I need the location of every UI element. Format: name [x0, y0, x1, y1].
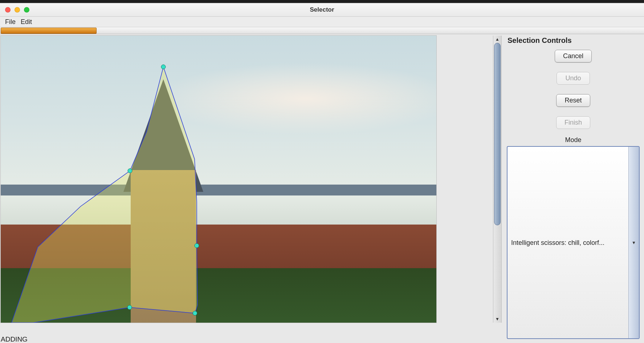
mode-description: Intelligent scissors: chill, colorf...: [511, 239, 627, 246]
menu-edit[interactable]: Edit: [21, 18, 32, 26]
reset-button[interactable]: Reset: [556, 94, 590, 107]
mode-section-label: Mode: [507, 136, 640, 144]
content-area: ▲ ▼ ADDING Selection Controls Cancel Und…: [0, 34, 644, 343]
mode-selector[interactable]: Intelligent scissors: chill, colorf... ▼: [507, 146, 640, 339]
cancel-button[interactable]: Cancel: [555, 50, 592, 62]
window-traffic-lights: [5, 7, 29, 13]
scroll-thumb[interactable]: [494, 43, 501, 225]
progress-fill: [1, 28, 97, 34]
mode-stepper[interactable]: ▼: [628, 147, 639, 338]
scroll-track[interactable]: [493, 43, 501, 315]
loaded-image[interactable]: [1, 36, 436, 323]
scroll-down-icon[interactable]: ▼: [494, 315, 501, 323]
vertical-scrollbar[interactable]: ▲ ▼: [493, 36, 502, 323]
image-detail: [131, 170, 196, 323]
menu-bar: File Edit: [0, 17, 644, 27]
undo-button[interactable]: Undo: [557, 72, 590, 85]
controls-sidebar: Selection Controls Cancel Undo Reset Fin…: [502, 34, 644, 343]
status-mode-label: ADDING: [1, 335, 28, 343]
background-code-strip: [0, 0, 644, 3]
menu-file[interactable]: File: [5, 18, 16, 26]
image-canvas-area: ▲ ▼ ADDING: [0, 34, 502, 343]
zoom-icon[interactable]: [24, 7, 29, 13]
close-icon[interactable]: [5, 7, 11, 13]
finish-button[interactable]: Finish: [556, 116, 590, 129]
controls-title: Selection Controls: [508, 36, 640, 45]
chevron-down-icon[interactable]: ▼: [632, 240, 636, 245]
controls-button-group: Cancel Undo Reset Finish: [507, 50, 640, 129]
window-titlebar: Selector: [0, 3, 644, 17]
progress-bar: [0, 27, 644, 34]
window-title: Selector: [310, 6, 334, 13]
minimize-icon[interactable]: [15, 7, 20, 13]
scroll-up-icon[interactable]: ▲: [494, 36, 501, 43]
app-window: Selector File Edit ▲ ▼ ADDI: [0, 3, 644, 343]
